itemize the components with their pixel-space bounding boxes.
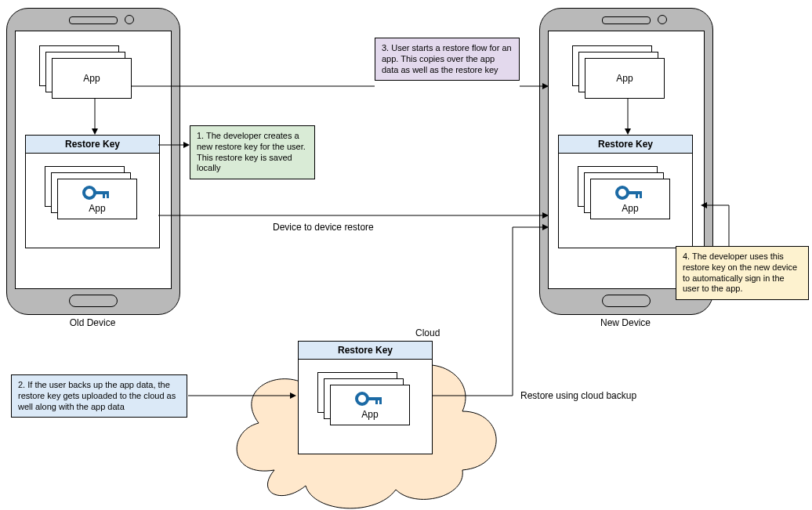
app-card: App bbox=[590, 179, 670, 219]
app-card: App bbox=[330, 385, 410, 425]
svg-rect-9 bbox=[626, 191, 642, 194]
app-card: App bbox=[585, 58, 665, 99]
note-4: 4. The developer uses this restore key o… bbox=[676, 246, 809, 300]
new-device-restore-panel: Restore Key App bbox=[558, 135, 693, 248]
old-device-app-stack: App bbox=[39, 45, 133, 100]
svg-rect-4 bbox=[103, 194, 105, 198]
arrow-app-to-restore bbox=[623, 99, 633, 135]
key-icon bbox=[82, 184, 112, 201]
svg-point-12 bbox=[357, 393, 368, 404]
app-label: App bbox=[83, 73, 100, 84]
svg-rect-11 bbox=[640, 194, 642, 198]
restore-app-label: App bbox=[361, 409, 378, 420]
phone-home-button bbox=[602, 295, 651, 307]
svg-marker-18 bbox=[183, 142, 190, 148]
app-card: App bbox=[52, 58, 132, 99]
svg-rect-14 bbox=[375, 400, 378, 404]
phone-camera bbox=[658, 15, 667, 24]
new-device-app-stack: App bbox=[572, 45, 666, 100]
old-device-restore-panel: Restore Key App bbox=[25, 135, 160, 248]
restore-panel-title: Restore Key bbox=[26, 136, 159, 154]
diagram-canvas: App Restore Key bbox=[0, 0, 812, 510]
svg-rect-10 bbox=[636, 194, 638, 198]
svg-point-8 bbox=[617, 187, 628, 198]
svg-rect-15 bbox=[379, 400, 382, 404]
phone-earpiece bbox=[69, 16, 118, 24]
note-1: 1. The developer creates a new restore k… bbox=[190, 125, 315, 179]
restore-panel-title: Restore Key bbox=[559, 136, 692, 154]
phone-earpiece bbox=[602, 16, 651, 24]
phone-home-button bbox=[69, 295, 118, 307]
key-icon bbox=[615, 184, 645, 201]
cloud-restore-label: Restore using cloud backup bbox=[520, 390, 636, 401]
old-device-screen: App Restore Key bbox=[15, 31, 172, 289]
app-card: App bbox=[57, 179, 137, 219]
phone-camera bbox=[125, 15, 134, 24]
old-device-label: Old Device bbox=[6, 317, 179, 328]
cloud-restore-panel: Restore Key App bbox=[298, 341, 433, 454]
restore-app-label: App bbox=[622, 203, 638, 214]
new-device-label: New Device bbox=[539, 317, 712, 328]
old-device-phone: App Restore Key bbox=[6, 8, 180, 315]
restore-panel-title: Restore Key bbox=[299, 342, 432, 360]
svg-marker-7 bbox=[625, 128, 631, 135]
svg-rect-3 bbox=[93, 191, 109, 194]
arrow-app-to-restore bbox=[90, 99, 100, 135]
restore-app-stack: App bbox=[578, 166, 672, 221]
svg-point-2 bbox=[84, 187, 95, 198]
app-label: App bbox=[616, 73, 633, 84]
restore-app-stack: App bbox=[317, 372, 411, 427]
note-3: 3. User starts a restore flow for an app… bbox=[375, 38, 520, 81]
cloud-label: Cloud bbox=[415, 327, 440, 338]
d2d-label: Device to device restore bbox=[273, 222, 374, 233]
restore-app-stack: App bbox=[45, 166, 139, 221]
restore-app-label: App bbox=[89, 203, 105, 214]
svg-rect-5 bbox=[107, 194, 109, 198]
svg-marker-1 bbox=[92, 128, 98, 135]
note-2: 2. If the user backs up the app data, th… bbox=[11, 374, 187, 418]
key-icon bbox=[355, 390, 385, 407]
svg-rect-13 bbox=[366, 397, 382, 400]
